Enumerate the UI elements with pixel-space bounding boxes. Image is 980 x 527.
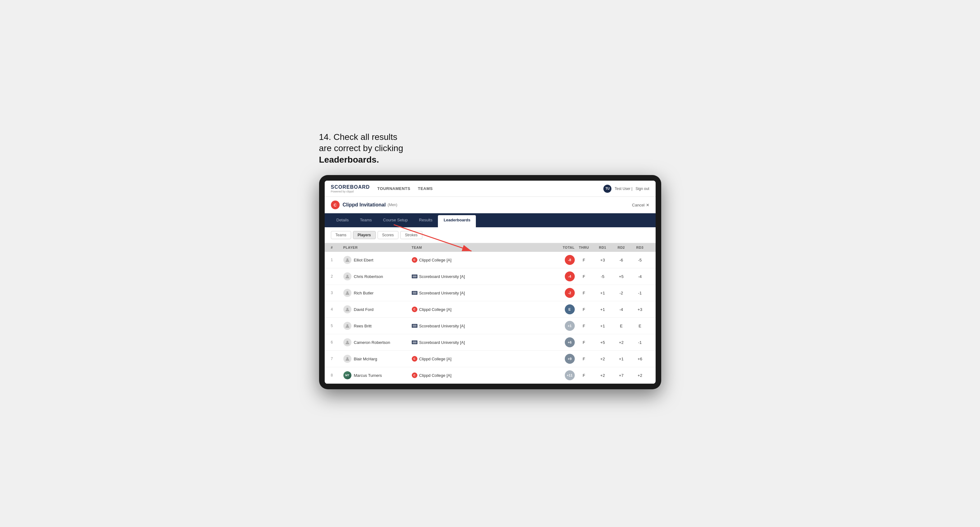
score-badge: +1 bbox=[565, 321, 575, 331]
score-badge: -4 bbox=[565, 271, 575, 281]
player-cell: David Ford bbox=[344, 305, 412, 313]
row-rank: 7 bbox=[331, 357, 344, 361]
rd2-cell: +2 bbox=[612, 340, 631, 345]
filter-players[interactable]: Players bbox=[353, 231, 376, 239]
user-name: Test User | bbox=[614, 187, 632, 191]
team-cell: C Clippd College [A] bbox=[412, 356, 547, 362]
team-cell: Scoreboard University [A] bbox=[412, 291, 547, 295]
team-cell: C Clippd College [A] bbox=[412, 257, 547, 263]
tab-results[interactable]: Results bbox=[413, 213, 438, 227]
row-rank: 2 bbox=[331, 274, 344, 279]
score-badge: +9 bbox=[565, 354, 575, 364]
tabs-bar: Details Teams Course Setup Results Leade… bbox=[325, 213, 655, 227]
team-name: Clippd College [A] bbox=[419, 258, 452, 262]
filter-teams[interactable]: Teams bbox=[331, 231, 351, 239]
thru-cell: F bbox=[575, 307, 593, 312]
player-avatar: MT bbox=[344, 371, 352, 379]
row-rank: 6 bbox=[331, 340, 344, 344]
rd1-cell: +1 bbox=[593, 291, 612, 295]
tournament-name: Clippd Invitational bbox=[343, 202, 386, 208]
player-name: Rich Butler bbox=[354, 291, 374, 295]
col-thru: THRU bbox=[575, 246, 593, 249]
col-rd1: RD1 bbox=[593, 246, 612, 249]
team-cell: Scoreboard University [A] bbox=[412, 324, 547, 328]
rd2-cell: -4 bbox=[612, 307, 631, 312]
filter-scores[interactable]: Scores bbox=[377, 231, 398, 239]
rd3-cell: +2 bbox=[631, 373, 649, 378]
rd2-cell: +7 bbox=[612, 373, 631, 378]
filter-strokes[interactable]: Strokes bbox=[400, 231, 422, 239]
cancel-button[interactable]: Cancel ✕ bbox=[632, 203, 649, 207]
player-name: David Ford bbox=[354, 307, 374, 312]
total-cell: +1 bbox=[547, 321, 575, 331]
player-cell: MT Marcus Turners bbox=[344, 371, 412, 379]
rd3-cell: +3 bbox=[631, 307, 649, 312]
player-name: Chris Robertson bbox=[354, 274, 383, 279]
player-name: Rees Britt bbox=[354, 324, 372, 328]
col-rd2: RD2 bbox=[612, 246, 631, 249]
rd1-cell: +3 bbox=[593, 258, 612, 262]
team-cell: Scoreboard University [A] bbox=[412, 340, 547, 345]
table-row: 7 Blair McHarg C Clippd College [A] +9 F… bbox=[325, 351, 655, 367]
table-header: # PLAYER TEAM TOTAL THRU RD1 RD2 RD3 bbox=[325, 243, 655, 252]
row-rank: 3 bbox=[331, 291, 344, 295]
player-name: Cameron Robertson bbox=[354, 340, 390, 345]
filter-row: Teams Players Scores Strokes bbox=[325, 227, 655, 243]
thru-cell: F bbox=[575, 291, 593, 295]
col-player: PLAYER bbox=[344, 246, 412, 249]
rd2-cell: E bbox=[612, 324, 631, 328]
logo-sub: Powered by clippd bbox=[331, 190, 370, 193]
team-cell: C Clippd College [A] bbox=[412, 373, 547, 378]
table-row: 4 David Ford C Clippd College [A] E F +1… bbox=[325, 301, 655, 318]
rd1-cell: +2 bbox=[593, 373, 612, 378]
total-cell: -8 bbox=[547, 255, 575, 265]
rd3-cell: -5 bbox=[631, 258, 649, 262]
tournament-logo: C bbox=[331, 200, 340, 209]
score-badge: +6 bbox=[565, 337, 575, 347]
col-total: TOTAL bbox=[547, 246, 575, 249]
team-name: Scoreboard University [A] bbox=[419, 291, 465, 295]
thru-cell: F bbox=[575, 373, 593, 378]
nav-teams[interactable]: TEAMS bbox=[418, 185, 433, 192]
player-cell: Rees Britt bbox=[344, 322, 412, 330]
rd3-cell: E bbox=[631, 324, 649, 328]
player-cell: Elliot Ebert bbox=[344, 256, 412, 264]
rd2-cell: -2 bbox=[612, 291, 631, 295]
row-rank: 5 bbox=[331, 324, 344, 328]
table-row: 2 Chris Robertson Scoreboard University … bbox=[325, 268, 655, 285]
rd2-cell: -6 bbox=[612, 258, 631, 262]
player-name: Elliot Ebert bbox=[354, 258, 374, 262]
player-avatar bbox=[344, 272, 352, 281]
page-wrapper: 14. Check all results are correct by cli… bbox=[319, 138, 661, 389]
total-cell: +11 bbox=[547, 370, 575, 380]
total-cell: +6 bbox=[547, 337, 575, 347]
player-avatar bbox=[344, 256, 352, 264]
tab-teams[interactable]: Teams bbox=[354, 213, 377, 227]
table-row: 1 Elliot Ebert C Clippd College [A] -8 F… bbox=[325, 252, 655, 268]
player-avatar bbox=[344, 322, 352, 330]
nav-tournaments[interactable]: TOURNAMENTS bbox=[377, 185, 410, 192]
logo-text: SCOREBOARD bbox=[331, 184, 370, 190]
team-logo-scoreboard bbox=[412, 291, 417, 295]
total-cell: -4 bbox=[547, 271, 575, 281]
row-rank: 4 bbox=[331, 307, 344, 311]
instruction-line1: 14. Check all results bbox=[319, 132, 398, 142]
tab-details[interactable]: Details bbox=[331, 213, 355, 227]
tournament-type: (Men) bbox=[388, 203, 397, 207]
team-logo-clippd: C bbox=[412, 257, 417, 263]
tab-leaderboards[interactable]: Leaderboards bbox=[438, 215, 476, 227]
thru-cell: F bbox=[575, 258, 593, 262]
sign-out-link[interactable]: Sign out bbox=[635, 187, 649, 191]
rd3-cell: +6 bbox=[631, 357, 649, 361]
rd3-cell: -4 bbox=[631, 274, 649, 279]
tablet-screen: SCOREBOARD Powered by clippd TOURNAMENTS… bbox=[325, 181, 655, 384]
instruction-line3: Leaderboards. bbox=[319, 155, 379, 165]
total-cell: E bbox=[547, 305, 575, 314]
team-logo-clippd: C bbox=[412, 306, 417, 312]
total-cell: +9 bbox=[547, 354, 575, 364]
team-logo-scoreboard bbox=[412, 275, 417, 278]
tab-course-setup[interactable]: Course Setup bbox=[377, 213, 414, 227]
main-nav: TOURNAMENTS TEAMS bbox=[377, 185, 603, 192]
app-header: SCOREBOARD Powered by clippd TOURNAMENTS… bbox=[325, 181, 655, 197]
instruction-text: 14. Check all results are correct by cli… bbox=[319, 132, 403, 165]
